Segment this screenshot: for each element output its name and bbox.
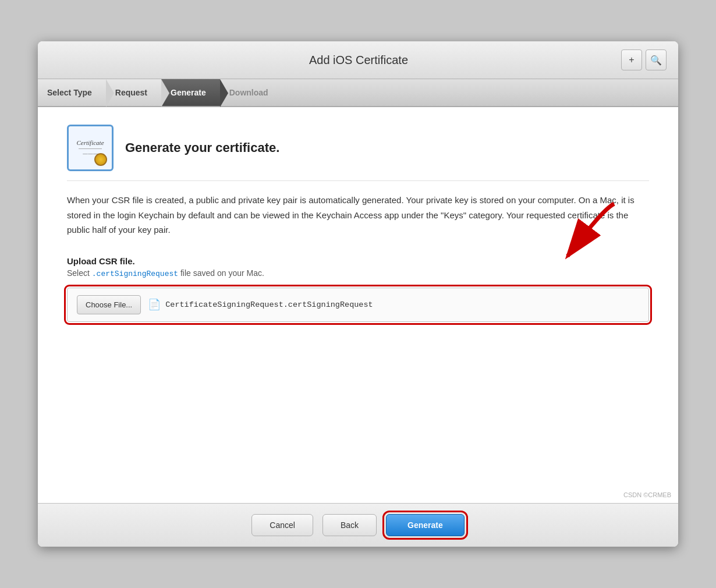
upload-section: Upload CSR file. Select .certSigningRequ… bbox=[67, 256, 649, 322]
step-select-type[interactable]: Select Type bbox=[38, 79, 106, 106]
step-download-label: Download bbox=[229, 88, 268, 97]
window-title: Add iOS Certificate bbox=[96, 54, 621, 67]
generate-button[interactable]: Generate bbox=[386, 514, 465, 536]
file-icon: 📄 bbox=[148, 298, 161, 311]
step-request[interactable]: Request bbox=[106, 79, 161, 106]
search-button[interactable]: 🔍 bbox=[646, 49, 667, 70]
add-button[interactable]: + bbox=[621, 49, 642, 70]
upload-title: Upload CSR file. bbox=[67, 256, 649, 266]
description-text: When your CSR file is created, a public … bbox=[67, 193, 649, 238]
cancel-button[interactable]: Cancel bbox=[251, 514, 313, 536]
choose-file-button[interactable]: Choose File... bbox=[77, 295, 141, 314]
upload-subtitle-prefix: Select bbox=[67, 268, 92, 278]
title-bar-actions: + 🔍 bbox=[621, 49, 667, 70]
page-title: Generate your certificate. bbox=[125, 140, 279, 155]
main-window: Add iOS Certificate + 🔍 Select Type Requ… bbox=[38, 41, 678, 547]
cert-header: Certificate ⸻⸻⸻ Generate your certificat… bbox=[67, 125, 649, 181]
title-bar-center: Add iOS Certificate bbox=[96, 54, 621, 67]
cert-seal bbox=[94, 153, 107, 166]
step-generate-label: Generate bbox=[171, 88, 206, 97]
upload-subtitle: Select .certSigningRequest file saved on… bbox=[67, 268, 649, 278]
step-request-label: Request bbox=[115, 88, 147, 97]
file-input-row: Choose File... 📄 CertificateSigningReque… bbox=[67, 288, 649, 322]
file-display: 📄 CertificateSigningRequest.certSigningR… bbox=[148, 298, 639, 311]
steps-bar: Select Type Request Generate Download bbox=[38, 79, 678, 107]
footer: Cancel Back Generate bbox=[38, 503, 678, 547]
step-download[interactable]: Download bbox=[220, 79, 282, 106]
title-bar: Add iOS Certificate + 🔍 bbox=[38, 41, 678, 79]
content-area: Certificate ⸻⸻⸻ Generate your certificat… bbox=[38, 107, 678, 503]
watermark: CSDN ©CRMEB bbox=[623, 491, 671, 498]
upload-subtitle-suffix: file saved on your Mac. bbox=[178, 268, 264, 278]
certificate-icon: Certificate ⸻⸻⸻ bbox=[67, 125, 114, 171]
back-button[interactable]: Back bbox=[322, 514, 377, 536]
step-generate[interactable]: Generate bbox=[161, 79, 220, 106]
step-select-type-label: Select Type bbox=[47, 88, 92, 97]
upload-subtitle-code: .certSigningRequest bbox=[92, 270, 178, 278]
file-name: CertificateSigningRequest.certSigningReq… bbox=[165, 300, 373, 309]
